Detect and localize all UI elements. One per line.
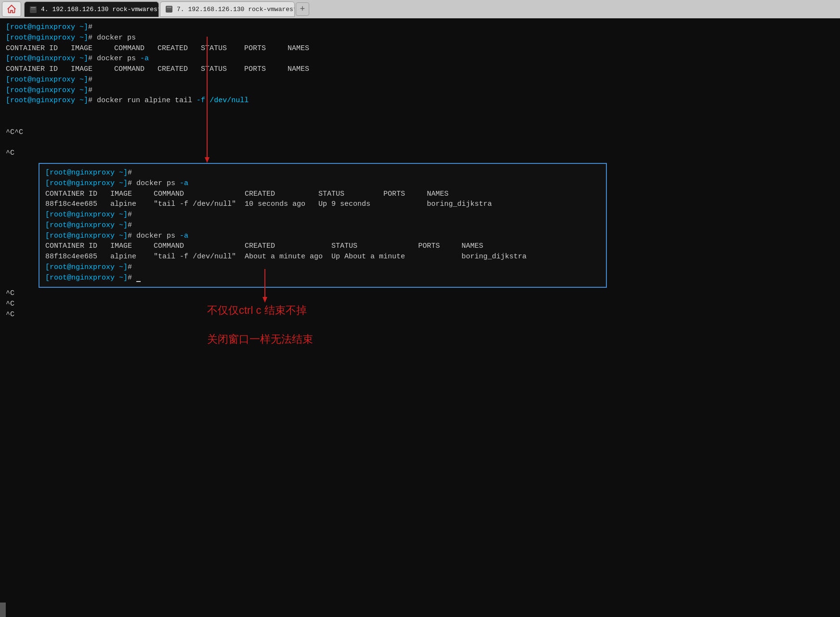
annotation-text-1: 不仅仅ctrl c 结束不掉 xyxy=(207,303,307,318)
svg-rect-5 xyxy=(167,9,171,9)
annotation-text-2: 关闭窗口一样无法结束 xyxy=(207,332,313,347)
scrollbar[interactable] xyxy=(0,603,6,617)
svg-rect-1 xyxy=(31,7,36,8)
terminal-line-blank xyxy=(6,106,834,117)
inner-line-5: [root@nginxproxy ~]# xyxy=(45,210,600,220)
terminal-line-4: [root@nginxproxy ~]# docker ps -a xyxy=(6,54,834,64)
inner-line-4: 88f18c4ee685 alpine "tail -f /dev/null" … xyxy=(45,199,600,210)
inner-line-1: [root@nginxproxy ~]# xyxy=(45,168,600,178)
inner-line-11: [root@nginxproxy ~]# █ xyxy=(45,273,600,283)
terminal-line-3: CONTAINER ID IMAGE COMMAND CREATED STATU… xyxy=(6,43,834,54)
inner-terminal-box: [root@nginxproxy ~]# [root@nginxproxy ~]… xyxy=(39,163,607,288)
ctrl-signal-bottom-1: ^C xyxy=(6,288,14,299)
svg-marker-10 xyxy=(262,297,267,303)
terminal-line-8: [root@nginxproxy ~]# docker run alpine t… xyxy=(6,95,834,106)
inner-line-10: [root@nginxproxy ~]# xyxy=(45,262,600,273)
terminal-blank3 xyxy=(6,137,834,148)
ctrl-signal-2: ^C xyxy=(6,148,834,159)
tab-1[interactable]: 4. 192.168.126.130 rock-vmwaresta... ✕ xyxy=(24,1,159,17)
inner-line-2: [root@nginxproxy ~]# docker ps -a xyxy=(45,178,600,189)
terminal-line-1: [root@nginxproxy ~]# xyxy=(6,22,834,33)
new-tab-button[interactable]: + xyxy=(296,2,309,16)
tab-2[interactable]: 7. 192.168.126.130 rock-vmwarestatio... xyxy=(160,1,295,17)
ctrl-signal-bottom-2: ^C xyxy=(6,299,14,309)
home-button[interactable] xyxy=(2,1,21,17)
inner-line-3: CONTAINER ID IMAGE COMMAND CREATED STATU… xyxy=(45,189,600,200)
ctrl-signal-bottom-3: ^C xyxy=(6,309,14,320)
inner-line-9: 88f18c4ee685 alpine "tail -f /dev/null" … xyxy=(45,252,600,262)
tab-bar: 4. 192.168.126.130 rock-vmwaresta... ✕ 7… xyxy=(0,0,840,18)
inner-line-8: CONTAINER ID IMAGE COMMAND CREATED STATU… xyxy=(45,241,600,252)
svg-rect-2 xyxy=(31,9,36,10)
terminal-line-blank2 xyxy=(6,117,834,127)
tab-1-label: 4. 192.168.126.130 rock-vmwaresta... xyxy=(41,6,159,13)
inner-line-6: [root@nginxproxy ~]# xyxy=(45,220,600,231)
ctrl-signal-1: ^C^C xyxy=(6,127,834,138)
terminal-area: [root@nginxproxy ~]# [root@nginxproxy ~]… xyxy=(0,18,840,617)
terminal-line-6: [root@nginxproxy ~]# xyxy=(6,75,834,85)
inner-line-7: [root@nginxproxy ~]# docker ps -a xyxy=(45,231,600,241)
terminal-line-7: [root@nginxproxy ~]# xyxy=(6,85,834,96)
terminal-line-2: [root@nginxproxy ~]# docker ps xyxy=(6,33,834,43)
tab-2-label: 7. 192.168.126.130 rock-vmwarestatio... xyxy=(177,6,295,13)
terminal-line-5: CONTAINER ID IMAGE COMMAND CREATED STATU… xyxy=(6,64,834,75)
svg-rect-4 xyxy=(167,7,171,8)
